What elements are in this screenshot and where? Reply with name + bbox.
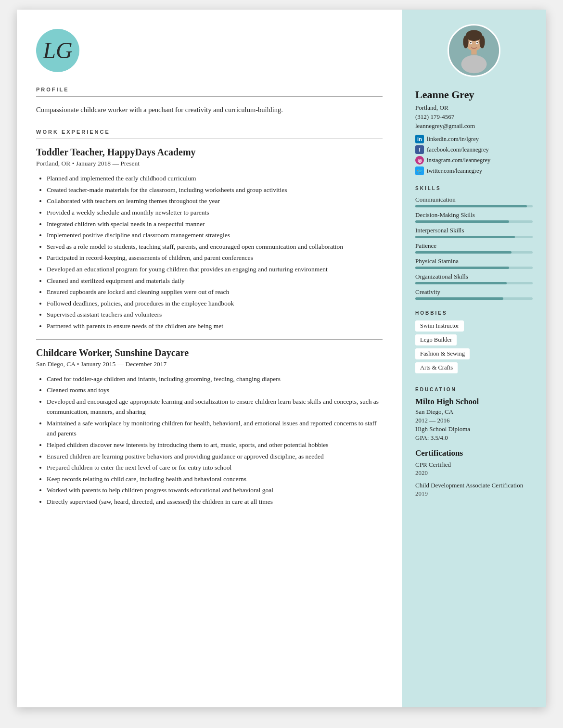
list-item: Ensured cupboards are locked and cleanin… (47, 287, 383, 297)
school-location: San Diego, CA (415, 408, 533, 416)
list-item: Followed deadlines, policies, and proced… (47, 298, 383, 309)
skill-bar-fill (415, 282, 507, 284)
skill-name: Organizational Skills (415, 273, 533, 281)
skill-name: Creativity (415, 288, 533, 296)
job-1: Toddler Teacher, HappyDays Academy Portl… (36, 147, 383, 331)
hobby-arts: Arts & Crafts (415, 362, 458, 373)
cert-2-name: Child Development Associate Certificatio… (415, 482, 533, 489)
facebook-icon: f (415, 145, 424, 154)
profile-section: PROFILE Compassionate childcare worker w… (36, 87, 383, 115)
skill-interpersonal: Interpersonal Skills (415, 227, 533, 238)
job-divider (36, 339, 383, 340)
work-title: WORK EXPERIENCE (36, 129, 383, 135)
skill-organizational: Organizational Skills (415, 273, 533, 284)
twitter-icon: 🐦 (415, 166, 424, 175)
social-facebook: f facebook.com/leannegrey (415, 145, 533, 154)
list-item: Partnered with parents to ensure needs o… (47, 321, 383, 332)
job-1-bullets: Planned and implemented the early childh… (36, 173, 383, 331)
school-gpa: GPA: 3.5/4.0 (415, 434, 533, 442)
svg-point-10 (476, 42, 478, 44)
city: Portland, OR (415, 104, 533, 112)
svg-point-9 (470, 42, 472, 44)
list-item: Cared for toddler-age children and infan… (47, 374, 383, 384)
twitter-text: twitter.com/leannegrey (427, 167, 482, 175)
email: leannegrey@gmail.com (415, 122, 533, 130)
hobbies-area: Swim Instructor Lego Builder Fashion & S… (415, 320, 533, 376)
left-column: LG PROFILE Compassionate childcare worke… (17, 10, 402, 707)
skill-bar-fill (415, 251, 512, 254)
logo-circle: LG (36, 29, 79, 72)
skill-bar-bg (415, 282, 533, 284)
work-experience-section: WORK EXPERIENCE Toddler Teacher, HappyDa… (36, 129, 383, 507)
skill-bar-fill (415, 297, 503, 300)
list-item: Supervised assistant teachers and volunt… (47, 309, 383, 320)
instagram-icon: ◎ (415, 156, 424, 165)
skill-bar-fill (415, 267, 509, 269)
cert-1-year: 2020 (415, 469, 533, 477)
skill-name: Physical Stamina (415, 257, 533, 265)
social-links: in linkedin.com/in/lgrey f facebook.com/… (415, 135, 533, 175)
profile-divider (36, 96, 383, 97)
job-1-meta: Portland, OR • January 2018 — Present (36, 160, 383, 167)
list-item: Integrated children with special needs i… (47, 219, 383, 230)
list-item: Maintained a safe workplace by monitorin… (47, 418, 383, 439)
skill-bar-bg (415, 205, 533, 207)
skill-patience: Patience (415, 242, 533, 254)
social-twitter: 🐦 twitter.com/leannegrey (415, 166, 533, 175)
skill-physical-stamina: Physical Stamina (415, 257, 533, 269)
phone: (312) 179-4567 (415, 113, 533, 121)
list-item: Provided a weekly schedule and monthly n… (47, 207, 383, 218)
skills-title: SKILLS (415, 186, 533, 191)
skill-bar-fill (415, 205, 527, 207)
hobby-swim: Swim Instructor (415, 320, 464, 332)
skill-bar-bg (415, 220, 533, 223)
skill-name: Patience (415, 242, 533, 250)
hobby-lego: Lego Builder (415, 334, 457, 345)
contact-info: Leanne Grey Portland, OR (312) 179-4567 … (402, 87, 546, 502)
list-item: Ensured children are learning positive b… (47, 451, 383, 462)
skill-bar-bg (415, 251, 533, 254)
skill-communication: Communication (415, 196, 533, 207)
cert-1: CPR Certified 2020 (415, 461, 533, 477)
profile-text: Compassionate childcare worker with a pe… (36, 104, 383, 115)
skill-bar-bg (415, 297, 533, 300)
school-degree: High School Diploma (415, 425, 533, 433)
list-item: Developed an educational program for you… (47, 264, 383, 275)
social-linkedin: in linkedin.com/in/lgrey (415, 135, 533, 143)
job-1-title: Toddler Teacher, HappyDays Academy (36, 147, 383, 158)
skill-creativity: Creativity (415, 288, 533, 300)
job-2-bullets: Cared for toddler-age children and infan… (36, 374, 383, 507)
cert-2-year: 2019 (415, 490, 533, 498)
profile-photo (448, 24, 500, 77)
photo-area (402, 10, 546, 87)
list-item: Helped children discover new interests b… (47, 440, 383, 450)
skill-bar-fill (415, 220, 509, 223)
list-item: Planned and implemented the early childh… (47, 173, 383, 184)
work-divider (36, 139, 383, 139)
logo-area: LG (36, 29, 383, 72)
instagram-text: instagram.com/leannegrey (427, 157, 490, 164)
list-item: Served as a role model to students, teac… (47, 242, 383, 252)
hobbies-title: HOBBIES (415, 310, 533, 316)
profile-title: PROFILE (36, 87, 383, 92)
skill-name: Communication (415, 196, 533, 204)
school-years: 2012 — 2016 (415, 417, 533, 424)
linkedin-text: linkedin.com/in/lgrey (427, 136, 479, 143)
social-instagram: ◎ instagram.com/leannegrey (415, 156, 533, 165)
logo-initials: LG (43, 39, 72, 62)
certifications-title: Certifications (415, 448, 533, 458)
svg-point-6 (461, 55, 487, 73)
skill-name: Interpersonal Skills (415, 227, 533, 234)
skill-bar-bg (415, 267, 533, 269)
skill-decision-making: Decision-Making Skills (415, 211, 533, 223)
list-item: Developed and encouraged age-appropriate… (47, 396, 383, 417)
list-item: Collaborated with teachers on learning t… (47, 196, 383, 206)
hobby-fashion: Fashion & Sewing (415, 348, 470, 359)
svg-point-4 (479, 36, 485, 48)
person-name: Leanne Grey (415, 89, 533, 101)
school-name: Milto High School (415, 397, 533, 407)
list-item: Prepared children to enter the next leve… (47, 462, 383, 473)
list-item: Participated in record-keeping, assessme… (47, 253, 383, 263)
cert-1-name: CPR Certified (415, 461, 533, 469)
list-item: Cleaned and sterilized equipment and mat… (47, 276, 383, 286)
